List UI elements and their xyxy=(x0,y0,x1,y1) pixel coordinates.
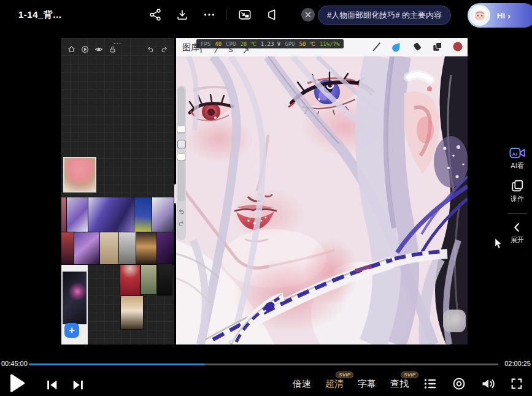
play-circle-icon xyxy=(81,45,89,53)
expand-button[interactable]: 展开 xyxy=(511,221,524,245)
opacity-slider xyxy=(178,160,185,202)
paint-toolbar: 图库 S FPS 40 CPU 28 ℃ 1.23 V GPU 50 ℃ 11%… xyxy=(176,38,468,56)
more-options-icon[interactable] xyxy=(202,8,216,21)
avatar xyxy=(469,4,491,26)
reference-toolbar xyxy=(67,45,117,53)
svip-badge: SVIP xyxy=(336,371,353,378)
ai-watch-button[interactable]: AI AI看 xyxy=(509,147,526,170)
share-icon[interactable] xyxy=(148,8,162,21)
video-title: 1-14_背... xyxy=(18,9,61,21)
progress-bar[interactable] xyxy=(29,364,498,365)
voltage: 1.23 V xyxy=(261,41,281,47)
quality-button[interactable]: 超清 SVIP xyxy=(325,378,344,390)
reference-thumbnail xyxy=(121,296,143,329)
brush-tool-icon xyxy=(371,40,383,53)
reference-board-panel: ⋯ xyxy=(61,38,174,345)
top-bar: 1-14_背... #人物面部细化技巧# 的主要内容 xyxy=(0,0,532,29)
gpu-load: 11%/7% xyxy=(320,41,340,47)
video-player-window: 1-14_背... #人物面部细化技巧# 的主要内容 xyxy=(0,0,532,396)
color-swatch-icon xyxy=(452,40,464,53)
greeting-text: Hi xyxy=(497,11,505,20)
progress-fill xyxy=(29,364,204,365)
brush-size-slider xyxy=(178,87,185,126)
chevron-left-icon xyxy=(511,221,523,234)
play-icon xyxy=(9,374,26,392)
target-circle-icon[interactable] xyxy=(452,376,466,391)
download-icon[interactable] xyxy=(175,8,189,21)
reference-thumbnail xyxy=(74,232,99,264)
fps-value: 40 xyxy=(215,41,222,47)
reference-thumbnail xyxy=(136,232,156,264)
rail-divider xyxy=(507,213,527,214)
modify-button xyxy=(177,140,186,148)
cpu-temp: 28 ℃ xyxy=(240,41,256,47)
next-button[interactable] xyxy=(71,378,85,392)
reference-thumbnail xyxy=(134,197,152,232)
reference-thumbnail-doll xyxy=(64,158,95,191)
player-menu: 倍速 超清 SVIP 字幕 查找 SVIP xyxy=(293,372,523,395)
add-image-button: + xyxy=(64,323,79,338)
video-surface[interactable]: ⋯ xyxy=(61,38,468,345)
close-icon xyxy=(305,12,311,18)
reference-thumbnail xyxy=(157,232,174,264)
play-button[interactable] xyxy=(9,374,26,392)
floating-handle-button xyxy=(443,310,466,332)
svg-text:AI: AI xyxy=(512,151,517,157)
reference-thumbnail xyxy=(67,197,88,232)
undo-icon xyxy=(146,45,155,54)
mouse-cursor xyxy=(495,238,502,249)
reference-thumbnail xyxy=(100,232,118,264)
gpu-temp: 50 ℃ xyxy=(299,41,315,47)
chevron-right-icon: › xyxy=(507,10,511,21)
current-time: 00:45:00 xyxy=(1,360,28,367)
next-icon xyxy=(71,378,85,392)
fullscreen-icon[interactable] xyxy=(510,377,523,390)
home-icon xyxy=(67,45,75,53)
ai-camera-icon: AI xyxy=(509,147,526,159)
assistant-pill[interactable]: Hi › xyxy=(468,3,532,28)
total-time: 02:00:25 xyxy=(504,360,531,367)
eraser-tool-icon xyxy=(411,40,423,53)
reference-thumbnail xyxy=(152,197,174,232)
reference-thumbnail xyxy=(158,264,172,295)
lock-open-icon xyxy=(109,45,117,53)
picture-in-picture-icon[interactable] xyxy=(238,8,252,21)
subtitle-button[interactable]: 字幕 xyxy=(358,378,376,390)
side-rail: AI AI看 课件 展开 xyxy=(503,147,532,253)
quality-label: 超清 xyxy=(325,378,344,389)
fps-label: FPS xyxy=(201,41,210,47)
volume-icon[interactable] xyxy=(480,376,496,391)
previous-button[interactable] xyxy=(45,378,59,392)
brush-sidebar xyxy=(177,86,186,240)
slider-handle xyxy=(177,126,185,132)
reference-thumbnail xyxy=(61,232,74,264)
pennant-screen-icon[interactable] xyxy=(265,8,279,21)
reference-card: + xyxy=(61,265,88,345)
playlist-icon[interactable] xyxy=(423,376,438,391)
redo-icon xyxy=(160,45,169,54)
undo-icon xyxy=(177,208,185,216)
canvas-area xyxy=(176,56,468,345)
smudge-tool-icon xyxy=(391,40,403,53)
close-pill-button[interactable] xyxy=(301,8,315,21)
expand-label: 展开 xyxy=(511,235,524,245)
topic-pill[interactable]: #人物面部细化技巧# 的主要内容 xyxy=(318,6,451,25)
courseware-button[interactable]: 课件 xyxy=(511,179,524,204)
search-button[interactable]: 查找 SVIP xyxy=(390,378,409,390)
digital-painting xyxy=(176,56,468,345)
eye-icon xyxy=(94,45,103,53)
redo-icon xyxy=(177,219,185,227)
reference-thumbnail xyxy=(119,232,136,264)
speed-button[interactable]: 倍速 xyxy=(293,378,311,390)
right-tool-icons xyxy=(371,40,464,53)
gpu-label: GPU xyxy=(285,41,295,47)
painting-app: 图库 S FPS 40 CPU 28 ℃ 1.23 V GPU 50 ℃ 11%… xyxy=(176,38,468,345)
reference-thumbnail xyxy=(141,265,156,294)
previous-icon xyxy=(45,378,59,392)
cpu-label: CPU xyxy=(226,41,236,47)
toolbar-divider xyxy=(226,9,226,20)
search-label: 查找 xyxy=(390,378,409,389)
reference-thumbnail xyxy=(120,265,140,295)
courseware-icon xyxy=(511,179,524,192)
performance-overlay: FPS 40 CPU 28 ℃ 1.23 V GPU 50 ℃ 11%/7% xyxy=(196,39,344,48)
